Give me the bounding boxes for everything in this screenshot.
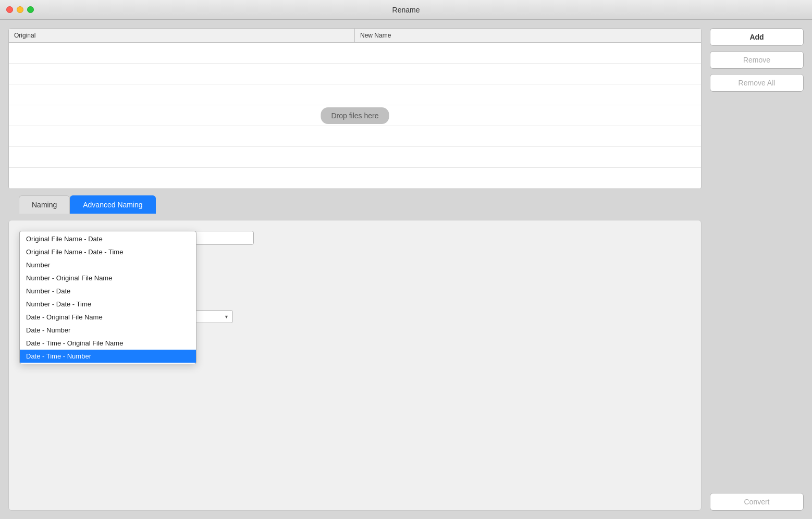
convert-button[interactable]: Convert	[710, 493, 804, 511]
file-list-rows[interactable]: Drop files here	[9, 43, 701, 189]
dropdown-item[interactable]: Original File Name - Date - Time	[20, 245, 196, 258]
dropdown-item[interactable]: Date - Time - Original File Name	[20, 337, 196, 350]
dropdown-item[interactable]: Number - Date	[20, 285, 196, 298]
left-panel: Original New Name Drop files here Naming	[8, 28, 702, 511]
window-title: Rename	[392, 6, 420, 14]
titlebar: Rename	[0, 0, 812, 20]
dropdown-item[interactable]: Original File Name - Date	[20, 232, 196, 245]
dropdown-item[interactable]: Number - Original File Name	[20, 271, 196, 285]
minimize-button[interactable]	[17, 6, 23, 13]
dropdown-item[interactable]: Date - Number	[20, 324, 196, 337]
table-row	[9, 64, 701, 84]
table-row	[9, 84, 701, 105]
main-layout: Original New Name Drop files here Naming	[0, 20, 812, 519]
table-row	[9, 147, 701, 168]
right-panel: Add Remove Remove All Convert	[710, 28, 804, 511]
prefix-row: Original File Name - Date Original File …	[19, 231, 691, 245]
file-list-container: Original New Name Drop files here	[8, 28, 702, 189]
table-row	[9, 126, 701, 147]
drop-files-label: Drop files here	[321, 107, 389, 124]
close-button[interactable]	[6, 6, 13, 13]
dropdown-item-selected[interactable]: Date - Time - Number	[20, 350, 196, 363]
dropdown-item[interactable]: Number - Date - Time	[20, 298, 196, 311]
remove-button[interactable]: Remove	[710, 51, 804, 69]
naming-panel-content: Original File Name - Date Original File …	[19, 231, 691, 323]
add-button[interactable]: Add	[710, 28, 804, 46]
format-dropdown[interactable]: Original File Name - Date Original File …	[19, 231, 196, 364]
tab-naming[interactable]: Naming	[19, 195, 70, 214]
drop-overlay: Drop files here	[321, 107, 389, 124]
tab-advanced-naming[interactable]: Advanced Naming	[70, 195, 155, 214]
maximize-button[interactable]	[27, 6, 34, 13]
dropdown-item[interactable]: Number	[20, 258, 196, 271]
col-original: Original	[9, 29, 355, 42]
traffic-lights	[6, 6, 34, 13]
dropdown-item[interactable]: Date - Original File Name	[20, 311, 196, 324]
bottom-panel: Original File Name - Date Original File …	[8, 220, 702, 511]
tabs-row: Naming Advanced Naming	[8, 195, 702, 214]
col-new-name: New Name	[355, 29, 701, 42]
file-list-header: Original New Name	[9, 29, 701, 43]
remove-all-button[interactable]: Remove All	[710, 74, 804, 92]
table-row	[9, 43, 701, 64]
table-row	[9, 168, 701, 189]
